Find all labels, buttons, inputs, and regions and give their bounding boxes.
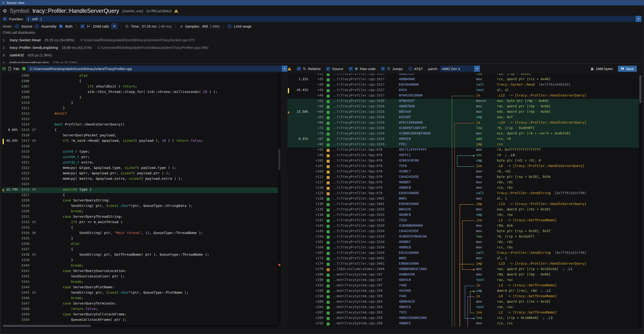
source-line-3349[interactable]: 3349 case ServerQueryCallstackFrame: (2, 312, 281, 318)
mode-radio-assembly[interactable] (34, 24, 39, 28)
limit-range-checkbox[interactable] (228, 24, 232, 28)
source-horizontal-scrollbar[interactable] (2, 324, 278, 328)
asm-row-174[interactable]: +174..t\TracyProfiler.cpp:3401E9B8010000… (288, 262, 642, 267)
source-line-3323[interactable]: 3323 memcpy( &ptr, &payload.ptr, sizeof(… (2, 171, 281, 177)
asm-row-123[interactable]: +123..t\TracyProfiler.hpp:676E850160000c… (288, 191, 642, 196)
asm-row-154[interactable]: +154..t\TracyProfiler.cpp:33344C8D055FBA… (288, 234, 642, 240)
source-line-3341[interactable]: 3341 case ServerQuerySourceLocation: (2, 269, 281, 274)
child-call-entry[interactable]: 1.tracy::Socket::Read25.25 ms (54.89%)C:… (2, 36, 642, 44)
source-line-3345[interactable]: 3345@1 SendString( ptr, (const char*)ptr… (2, 291, 281, 296)
asm-source-location[interactable]: ..t\TracyProfiler.cpp:3317 (333, 77, 399, 83)
asm-row-92[interactable]: +92..t\TracyProfiler.hpp:67649C7C1FFFFFF… (288, 148, 642, 153)
asm-source-location[interactable]: ..t\TracyProfiler.hpp:676 (333, 148, 399, 153)
source-line-3350[interactable]: 3350 QueueCallstackFrame( ptr ); (2, 318, 281, 323)
asm-source-location[interactable]: ..t\TracyProfiler.cpp:3326 (333, 126, 399, 131)
source-line-3317[interactable]: 46.93%3317@5 if( !m_sock->Read( &payload… (2, 139, 281, 144)
asm-row-172[interactable]: +172..t\TracyProfiler.cpp:3401B001moval,… (288, 256, 642, 262)
asm-source-location[interactable]: ..t\TracyProfiler.cpp:3326 (333, 131, 399, 137)
asm-row-66[interactable]: +66..t\TracyProfiler.cpp:33260F87CE06000… (288, 121, 642, 126)
asm-row-186[interactable]: +186..mon\TracySystem.cpp:197448B4598mov… (288, 272, 642, 278)
source-line-3342[interactable]: 3342 SendSourceLocation( ptr ); (2, 274, 281, 280)
list-icon[interactable] (2, 67, 6, 70)
asm-source-location[interactable]: ..t\TracyProfiler.cpp:3401 (333, 256, 399, 262)
asm-row-209[interactable]: +209..mon\TracySystem.cpp:258488D35E8861… (288, 316, 642, 321)
save-button[interactable]: Save (618, 66, 637, 72)
asm-row-102[interactable]: +102..t\TracyProfiler.hpp:67642803C0F00c… (288, 159, 642, 164)
asm-row-193[interactable]: +193..mon\TracySystem.cpp:197740Eje.L3 -… (288, 283, 642, 289)
asm-source-location[interactable]: ..t\TracyProfiler.cpp:3326 (333, 142, 399, 148)
asm-source-location[interactable]: ..t\TracyProfiler.hpp:676 (333, 186, 399, 191)
raw-code-checkbox[interactable]: ✔ (348, 66, 353, 71)
asm-source-location[interactable]: ..t\TracyProfiler.cpp:3401 (333, 202, 399, 207)
asm-row-179[interactable]: +179..1103\include\atomic:1048488B05B63C… (288, 267, 642, 272)
function-combo[interactable]: [ - self - ] ▼ (26, 16, 642, 22)
asm-source-location[interactable]: ..mon\TracySystem.cpp:203 (333, 311, 399, 316)
source-line-3334[interactable]: 3334@6 SendString( ptr, "Main thread", 1… (2, 231, 281, 236)
window-titlebar[interactable]: ▼ Source view (0, 0, 644, 5)
asm-row-63[interactable]: +63..t\TracyProfiler.cpp:332683F80Fcmpea… (288, 115, 642, 121)
asm-row-128[interactable]: +128..t\TracyProfiler.cpp:3401B001moval,… (288, 196, 642, 202)
asm-source-location[interactable]: ..t\TracyProfiler.cpp:3326 (333, 115, 399, 121)
source-line-3332[interactable]: 3332@3 if( ptr == m_mainThread ) (2, 220, 281, 225)
asm-row-141[interactable]: +141..t\TracyProfiler.cpp:33327524jne.L1… (288, 218, 642, 224)
asm-source-location[interactable]: ..t\TracyProfiler.cpp:3401 (333, 196, 399, 202)
asm-row-52[interactable]: +52..t\TracyProfiler.cpp:33260FB64597mov… (288, 99, 642, 104)
child-calls-checkbox[interactable]: ✔ (80, 24, 85, 28)
source-line-3318[interactable]: 3318 (2, 144, 281, 150)
hot-line-marker[interactable] (278, 263, 280, 266)
asm-source-location[interactable]: ..t\TracyProfiler.hpp:676 (333, 191, 399, 196)
asm-source-location[interactable]: ..t\TracyProfiler.hpp:676 (333, 180, 399, 186)
asm-source-location[interactable]: ..t\TracyProfiler.cpp:3326 (333, 99, 399, 104)
asm-row-72[interactable]: +72..t\TracyProfiler.cpp:33264C8D05F146F… (288, 126, 642, 131)
source-line-3336[interactable]: 3336 else (2, 242, 281, 247)
scrollbar-handle[interactable] (3, 325, 91, 327)
asm-source-location[interactable]: ..t\TracyProfiler.cpp:3401 (333, 262, 399, 267)
function-checkbox[interactable]: ✔ (2, 17, 7, 21)
asm-row-39[interactable]: +39..t\TracyProfiler.cpp:3317E824AA0000c… (288, 83, 642, 88)
source-line-3316[interactable]: 3316 ServerQueryPacket payload; (2, 133, 281, 139)
asm-row-60[interactable]: 15.50%+60..t\TracyProfiler.cpp:33268B55A… (288, 110, 642, 115)
source-line-3335[interactable]: 3335 } (2, 236, 281, 242)
pane-divider[interactable] (281, 74, 288, 328)
asm-row-198[interactable]: +198..mon\TracySystem.cpp:199744Cje.L6 -… (288, 294, 642, 300)
asm-source-location[interactable]: ..t\TracyProfiler.cpp:3334 (333, 240, 399, 245)
asm-row-112[interactable]: +112..t\TracyProfiler.hpp:676C64424205Em… (288, 175, 642, 180)
source-line-3337[interactable]: 3337 { (2, 247, 281, 253)
asm-row-135[interactable]: +135..t\TracyProfiler.cpp:33328B4320move… (288, 207, 642, 213)
chevron-down-icon[interactable]: ▼ (282, 66, 288, 72)
asm-row-195[interactable]: +195..mon\TracySystem.cpp:199443900cmpdw… (288, 289, 642, 294)
asm-row-200[interactable]: +200..mon\TracySystem.cpp:203488B4010mov… (288, 300, 642, 305)
source-line-3320[interactable]: 3320 uint64_t ptr; (2, 155, 281, 161)
asm-row-143[interactable]: +143..t\TracyProfiler.cpp:333441B90B0000… (288, 224, 642, 229)
att-syntax-radio[interactable] (408, 66, 412, 71)
source-line-3329[interactable]: 3329 SendString( ptr, (const char*)ptr, … (2, 204, 281, 209)
source-line-3314[interactable]: 3314bool Profiler::HandleServerQuery() (2, 122, 281, 128)
asm-row-120[interactable]: +120..t\TracyProfiler.hpp:676488BCBmovrc… (288, 186, 642, 191)
child-call-entry[interactable]: 4.KeSynchronizeExecution125 μs (0.27%) (2, 59, 642, 63)
source-line-3315[interactable]: 0.66%3315@7{ (2, 128, 281, 133)
scrollbar-handle[interactable] (278, 149, 280, 170)
asm-row-164[interactable]: +164..t\TracyProfiler.cpp:3334488BCBmovr… (288, 245, 642, 251)
uarch-combo[interactable]: AMD Zen 3 ▼ (440, 66, 480, 72)
child-call-entry[interactable]: 3.stat64i32625 μs (1.36%) (2, 51, 642, 59)
asm-row-35[interactable]: 1.31%+35..t\TracyProfiler.cpp:3317488B49… (288, 77, 642, 83)
source-line-3325[interactable]: 3325 (2, 182, 281, 187)
asm-source-location[interactable]: ..t\TracyProfiler.cpp:3334 (333, 234, 399, 240)
asm-row-216[interactable]: +216..mon\TracySystem.cpp:258488BCEmovrc… (288, 321, 642, 327)
source-line-3343[interactable]: 3343 break; (2, 280, 281, 285)
asm-row-56[interactable]: +56..t\TracyProfiler.cpp:3326488B7D98mov… (288, 104, 642, 110)
chevron-down-icon[interactable]: ▼ (474, 66, 480, 72)
asm-row-130[interactable]: +130..t\TracyProfiler.cpp:3401E9E4010000… (288, 202, 642, 207)
asm-row-31[interactable]: +31..t\TracyProfiler.cpp:3317488D5597lea… (288, 74, 642, 77)
asm-source-location[interactable]: ..t\TracyProfiler.cpp:3326 (333, 137, 399, 142)
asm-source-location[interactable]: ..t\TracyProfiler.cpp:3326 (333, 121, 399, 126)
source-line-3330[interactable]: 3330 break; (2, 209, 281, 215)
asm-source-location[interactable]: ..t\TracyProfiler.cpp:3326 (333, 104, 399, 110)
source-line-3333[interactable]: 3333 { (2, 225, 281, 231)
asm-row-117[interactable]: +117..t\TracyProfiler.hpp:676488BD7movrd… (288, 180, 642, 186)
chevron-down-icon[interactable]: ▼ (636, 16, 642, 22)
jumps-checkbox[interactable]: ✔ (381, 66, 385, 71)
asm-source-location[interactable]: ..t\TracyProfiler.cpp:3332 (333, 207, 399, 213)
mode-radio-both[interactable] (58, 24, 63, 28)
asm-row-87[interactable]: 0.22%+87..t\TracyProfiler.cpp:33264903C8… (288, 137, 642, 142)
